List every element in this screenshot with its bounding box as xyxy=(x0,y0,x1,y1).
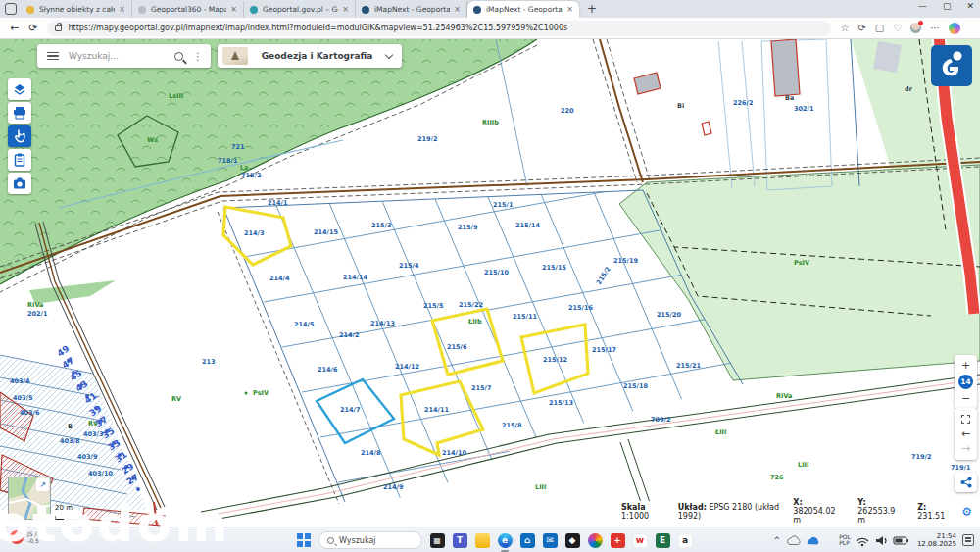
search-icon[interactable] xyxy=(174,52,183,61)
profile-avatar[interactable] xyxy=(910,23,921,33)
minimize-icon[interactable]: — xyxy=(918,1,927,11)
tray-chevron-icon[interactable]: ^ xyxy=(774,536,781,545)
search-input[interactable]: Wyszukaj... xyxy=(69,51,174,61)
browser-tab[interactable]: Geoportal360 - Mapa Interaktyw× xyxy=(132,1,244,18)
e-green-icon[interactable]: E xyxy=(654,531,671,549)
plus-red-icon[interactable]: + xyxy=(609,531,626,549)
map-label: 214/6 xyxy=(318,366,338,374)
print-button[interactable] xyxy=(8,102,31,124)
back-icon[interactable]: ← xyxy=(10,22,19,34)
address-bar[interactable]: https://mapy.geoportal.gov.pl/imapnext/i… xyxy=(47,21,831,36)
nav-controls: ← → xyxy=(955,408,977,460)
url-text: https://mapy.geoportal.gov.pl/imapnext/i… xyxy=(68,24,567,32)
hand-pointer-icon xyxy=(13,129,26,143)
zoom-out-button[interactable]: − xyxy=(961,391,970,406)
minimap-expand-icon[interactable]: ↗ xyxy=(36,478,49,491)
browser-tab[interactable]: Słynne obiekty z całego świata× xyxy=(21,1,132,18)
store-icon[interactable]: ⌂ xyxy=(518,531,536,549)
tray-status-icons[interactable] xyxy=(855,532,911,548)
cadastral-map[interactable]: LsIIIWs721718/1Lz718/2219/2RIIIb220Bi226… xyxy=(0,39,980,527)
tab-title: Słynne obiekty z całego świata xyxy=(39,5,115,14)
map-label: ŁIII xyxy=(714,428,726,436)
map-label: RV xyxy=(172,395,181,403)
scale-bar: 20 m xyxy=(55,504,94,520)
map-label: ŁIIb xyxy=(467,318,482,326)
map-label: 302/1 xyxy=(794,105,814,113)
browser-tab[interactable]: Geoportal.gov.pl – Geoportal Inf× xyxy=(244,1,356,18)
taskbar-clock[interactable]: 21:5412.08.2025 xyxy=(917,532,956,548)
map-label: 214/11 xyxy=(424,406,449,414)
dropbox-icon[interactable]: ◆ xyxy=(564,531,581,549)
search-options-icon[interactable]: ⋮ xyxy=(193,51,203,62)
taskbar-search-icon xyxy=(327,537,334,544)
tab-close-icon[interactable]: × xyxy=(342,5,349,14)
map-label: 215/15 xyxy=(542,264,566,272)
screenshot-button[interactable] xyxy=(8,173,31,194)
map-label: 214/15 xyxy=(314,228,338,236)
map-label: 403/9 xyxy=(77,453,98,461)
fullscreen-icon[interactable] xyxy=(961,415,970,424)
layers-button[interactable] xyxy=(8,78,31,100)
overview-minimap[interactable]: ↗ xyxy=(8,477,51,520)
explorer-icon[interactable] xyxy=(473,531,491,549)
amazon-icon[interactable]: a xyxy=(676,531,694,549)
browser-toolbar: ← ⟳ https://mapy.geoportal.gov.pl/imapne… xyxy=(0,18,980,39)
widget-icon xyxy=(10,530,24,544)
battery-icon xyxy=(894,537,908,544)
shopping-heart-icon[interactable]: ♡ xyxy=(893,23,902,33)
maximize-icon[interactable]: ▢ xyxy=(943,1,952,11)
map-label: 719/1 xyxy=(951,464,971,472)
refresh-icon[interactable]: ⟳ xyxy=(28,22,37,34)
edge-icon[interactable]: e xyxy=(496,531,514,549)
taskbar-search[interactable]: Wyszukaj xyxy=(318,531,422,549)
copilot-orb-icon[interactable] xyxy=(949,23,960,34)
favorites-star-icon[interactable]: ☆ xyxy=(840,23,849,33)
map-label: 215/5 xyxy=(423,302,444,310)
window-controls: — ▢ ✕ xyxy=(918,1,974,11)
browser-menu-icon[interactable]: ⋯ xyxy=(930,23,940,33)
map-search-box[interactable]: Wyszukaj... ⋮ xyxy=(37,44,211,68)
map-label: 219/2 xyxy=(417,135,437,143)
map-label: 214/3 xyxy=(244,229,264,237)
map-label: 403/10 xyxy=(88,470,113,477)
close-icon[interactable]: ✕ xyxy=(966,1,974,11)
start-button[interactable] xyxy=(297,533,311,547)
share-icon[interactable] xyxy=(960,477,972,488)
zoom-in-button[interactable]: + xyxy=(961,358,970,373)
collections-icon[interactable]: ⟳ xyxy=(858,23,865,33)
new-tab-button[interactable]: + xyxy=(587,2,597,16)
map-label: RIVa xyxy=(776,392,793,400)
module-selector[interactable]: Geodezja i Kartografia xyxy=(218,44,402,68)
taskbar-search-label: Wyszukaj xyxy=(339,536,376,545)
taskbar-widget[interactable]: JS /PL -0,5 xyxy=(10,530,43,544)
wifi-icon xyxy=(857,538,868,546)
map-label: Ws xyxy=(147,136,158,144)
tab-close-icon[interactable]: × xyxy=(566,5,573,14)
tab-search-icon[interactable] xyxy=(5,3,17,15)
report-button[interactable] xyxy=(8,149,31,171)
map-viewport[interactable]: LsIIIWs721718/1Lz718/2219/2RIIIb220Bi226… xyxy=(0,39,980,527)
extensions-icon[interactable]: ▢ xyxy=(875,23,884,33)
w-red-icon[interactable]: w xyxy=(631,531,649,549)
browser-tab[interactable]: iMapNext - Geoportal× xyxy=(356,1,467,18)
tab-close-icon[interactable]: × xyxy=(454,5,461,14)
browser-tab[interactable]: iMapNext - Geoportal× xyxy=(467,1,579,18)
history-forward-button[interactable]: → xyxy=(961,441,970,456)
photos-icon[interactable] xyxy=(586,531,604,549)
history-back-button[interactable]: ← xyxy=(961,427,970,441)
teams-icon[interactable]: T xyxy=(451,531,468,549)
tab-close-icon[interactable]: × xyxy=(119,5,125,14)
tray-icons[interactable] xyxy=(784,532,835,548)
select-tool-button[interactable] xyxy=(8,125,31,147)
tab-close-icon[interactable]: × xyxy=(230,5,237,14)
menu-icon[interactable] xyxy=(47,52,59,61)
map-label: 718/1 xyxy=(218,157,238,165)
task-view-icon[interactable]: ▦ xyxy=(428,531,446,549)
tab-favicon xyxy=(473,6,481,14)
settings-gear-icon[interactable]: ⚙ xyxy=(961,505,972,519)
module-label: Geodezja i Kartografia xyxy=(248,51,386,61)
language-indicator[interactable]: POLPLP xyxy=(839,534,851,547)
mail-icon[interactable]: ✉ xyxy=(541,531,559,549)
map-label: 202/1 xyxy=(27,310,48,318)
notification-icon[interactable] xyxy=(962,534,974,546)
